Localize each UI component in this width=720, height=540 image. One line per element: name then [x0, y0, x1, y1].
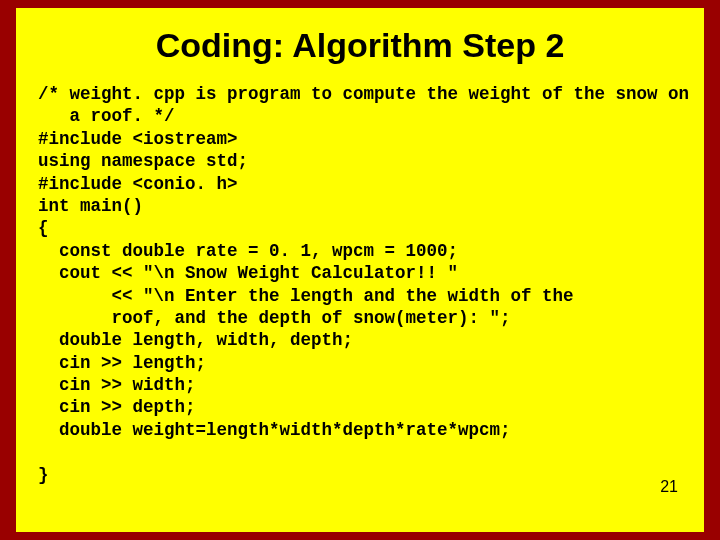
page-number: 21 [660, 478, 678, 496]
code-block: /* weight. cpp is program to compute the… [38, 83, 682, 486]
slide: Coding: Algorithm Step 2 /* weight. cpp … [16, 8, 704, 532]
slide-title: Coding: Algorithm Step 2 [38, 26, 682, 65]
